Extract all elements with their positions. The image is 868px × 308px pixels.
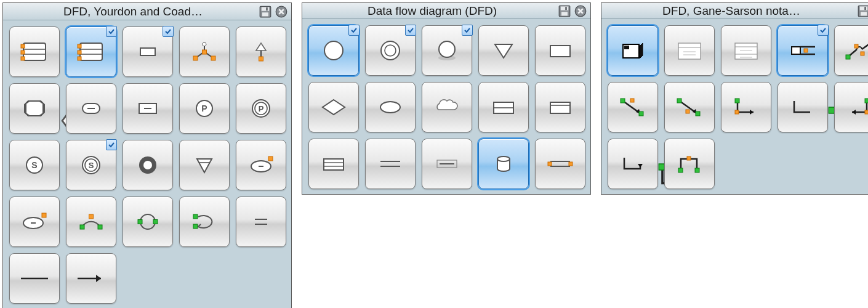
shape-circle-big[interactable] [308,25,359,76]
shape-process-3d[interactable] [608,25,658,76]
svg-text:S: S [31,160,37,170]
shape-triangle-down-white[interactable] [478,25,529,76]
save-icon[interactable] [858,5,868,17]
shape-datastore-multi-orange[interactable] [9,26,60,77]
panel-gane-sarson: DFD, Gane-Sarson nota… [601,2,868,195]
svg-rect-54 [153,220,158,224]
shape-ellipse[interactable] [365,82,416,132]
svg-rect-50 [89,214,94,219]
shape-single-line-box[interactable] [422,139,472,189]
svg-rect-107 [804,49,808,52]
svg-text:P: P [201,103,207,113]
shape-circle-green-handles[interactable] [123,197,173,247]
svg-text:S: S [89,161,94,170]
close-icon[interactable] [275,6,287,18]
svg-rect-49 [80,225,84,229]
svg-rect-55 [193,214,198,219]
shape-flow-cross-green[interactable] [834,25,868,76]
shape-u-up-green[interactable] [664,139,715,189]
svg-rect-64 [565,7,567,10]
panel-dfd: Data flow diagram (DFD) [302,2,591,195]
svg-rect-11 [80,43,102,60]
shape-cloud[interactable] [422,82,472,132]
svg-rect-53 [138,220,142,224]
shape-datastore-lines[interactable] [308,139,359,189]
shape-triangle-down[interactable] [179,140,230,190]
svg-rect-125 [865,110,868,114]
shape-rounded-minus[interactable] [66,83,116,134]
shape-u-down-right[interactable] [608,139,658,189]
shape-diamond[interactable] [308,82,359,132]
shape-circle-s[interactable]: S [9,140,60,190]
shape-datastore-line-split[interactable] [778,25,828,76]
shape-process-text[interactable] [664,25,715,76]
shape-double-line-short[interactable] [236,197,286,247]
svg-rect-114 [630,99,634,102]
panel-header[interactable]: DFD, Yourdon and Coad… [3,3,291,20]
shape-rect-minus[interactable] [123,83,173,134]
shape-double-line[interactable] [365,139,416,189]
close-icon[interactable] [574,5,587,17]
svg-point-66 [324,41,343,60]
svg-rect-118 [686,110,689,113]
shape-circle-p[interactable]: P [179,83,230,134]
shape-process-text-2[interactable] [721,25,771,76]
shape-arrow-right[interactable] [66,253,116,304]
svg-rect-20 [193,56,198,60]
shape-line-plain[interactable] [9,253,60,304]
shape-elbow-right-down[interactable] [834,82,868,132]
svg-rect-91 [864,7,866,10]
shape-circle-double[interactable] [365,25,416,76]
library-mark-icon [462,25,473,36]
shape-thick-ring[interactable] [123,140,173,190]
svg-rect-110 [854,44,858,48]
svg-rect-22 [211,56,215,60]
panel-title: DFD, Yourdon and Coad… [7,5,259,18]
shape-hex-open[interactable] [9,83,60,134]
svg-rect-48 [42,213,46,217]
svg-rect-129 [678,168,683,172]
svg-point-70 [439,41,455,57]
shape-circle-shadow[interactable] [422,25,472,76]
shape-elbow-up-right[interactable] [778,82,828,132]
svg-rect-2 [262,12,268,16]
shapes-grid-dfd [302,19,590,194]
shape-cylinder[interactable] [478,139,529,189]
shape-rect-white[interactable] [535,25,585,76]
svg-rect-1 [262,7,270,10]
shapes-grid-gs [601,19,868,194]
shape-rect-bar-mid[interactable] [478,82,529,132]
shape-datastore-multi-orange-sel[interactable] [66,26,116,77]
save-icon[interactable] [259,6,271,18]
shape-ellipse-minus-handles[interactable] [236,140,286,190]
svg-rect-10 [21,57,25,60]
shape-circle-p-double[interactable]: P [236,83,286,134]
svg-rect-99 [735,43,757,59]
svg-rect-5 [23,43,46,60]
svg-rect-56 [193,224,198,229]
library-mark-icon [818,25,829,36]
shape-state-tree-orange[interactable] [179,26,230,77]
shape-elbow-down-right[interactable] [721,82,771,132]
shape-ellipse-minus-handle[interactable] [9,197,60,247]
shape-loop-back[interactable] [179,197,230,247]
shape-datastore-handles[interactable] [535,139,585,189]
shape-state-triangle-top[interactable] [236,26,286,77]
shape-entity-rect-small[interactable] [123,26,173,77]
svg-rect-8 [21,44,25,48]
panel-header[interactable]: Data flow diagram (DFD) [302,3,590,19]
svg-rect-131 [687,156,691,160]
svg-rect-15 [78,51,81,54]
svg-rect-121 [735,110,739,114]
shape-arc-green-orange[interactable] [66,197,116,247]
library-mark-icon [348,25,360,36]
shape-rect-bar-top[interactable] [535,82,585,132]
shape-circle-s-double[interactable]: S [66,140,116,190]
panel-title: Data flow diagram (DFD) [306,4,558,18]
panel-header[interactable]: DFD, Gane-Sarson nota… [601,3,868,19]
svg-rect-108 [846,55,850,59]
shape-connector-diag-down[interactable] [608,82,658,132]
shape-connector-diag-up[interactable] [664,82,715,132]
save-icon[interactable] [558,5,571,17]
svg-rect-111 [861,52,864,55]
